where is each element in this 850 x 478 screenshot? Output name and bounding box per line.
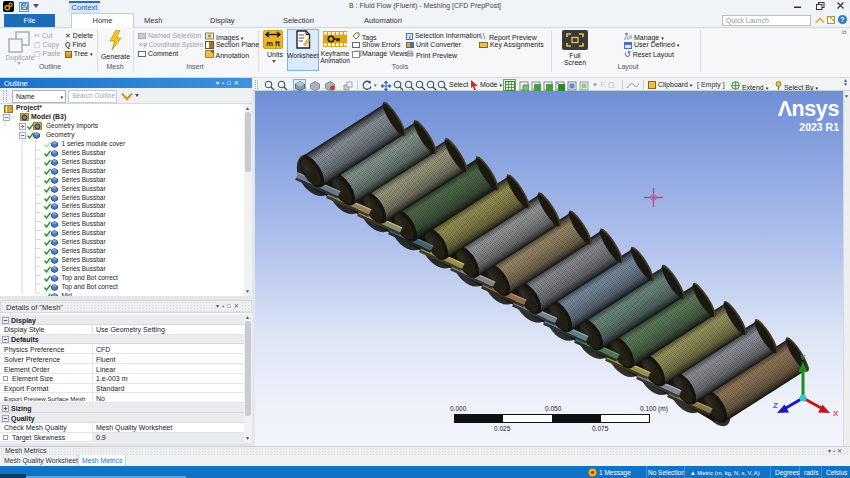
svg-text:Y: Y [800,353,806,362]
svg-text:m ft: m ft [266,39,280,48]
svg-text:X: X [833,409,839,418]
svg-text:Z: Z [773,401,778,410]
